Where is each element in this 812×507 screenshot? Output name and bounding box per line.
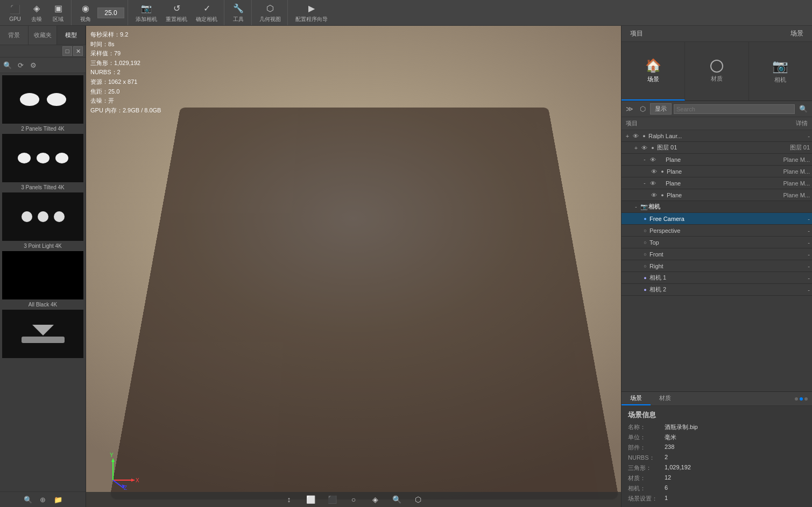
panel-search-input[interactable] [674,104,795,114]
scene-dots [795,392,812,405]
vb-move-icon[interactable]: ↕ [283,493,295,506]
tab-background[interactable]: 背景 [0,26,29,45]
camera2-icon: ● [641,285,649,294]
tree-add-icon[interactable]: + [624,132,631,140]
tree-row-camera-group[interactable]: - 📷 相机 [622,201,812,213]
nav-left-btn[interactable]: ≫ [624,104,636,114]
search-icon-btn[interactable]: 🔍 [797,104,810,114]
scene-tab-scene[interactable]: 场景 [622,392,651,405]
list-item[interactable]: All Black 4K [2,251,83,309]
toolbar-btn-angle[interactable]: ◉ 视角 [76,2,95,24]
tab-model[interactable]: 模型 [57,26,86,45]
eye-icon[interactable]: 👁 [648,179,657,188]
settings-small-icon[interactable]: ⚙ [28,60,39,70]
right-top-header: 项目 场景 [622,26,812,42]
scene-info-row: 场景设置： 1 [622,494,812,507]
cam-icon[interactable]: ● [648,144,657,152]
tree-toggle[interactable]: - [641,180,648,187]
vb-object-icon[interactable]: ◈ [369,493,382,506]
vb-frame-icon[interactable]: ⬜ [304,493,317,506]
eye-icon[interactable]: 👁 [649,167,658,176]
vb-render-icon[interactable]: ⬛ [326,493,338,506]
thumbnail-folder-icon[interactable]: 📁 [53,494,63,505]
scene-icon: 🏠 [645,58,661,73]
list-item[interactable]: 3 Panels Tilted 4K [2,134,83,191]
vb-box-icon[interactable]: ⬡ [412,493,425,506]
toolbar-btn-tools[interactable]: 🔧 工具 [229,2,248,24]
tools-icon: 🔧 [232,3,244,15]
scene-tab-bar: 场景 材质 [622,392,812,406]
camera-icon: 📷 [772,59,788,74]
eye-icon[interactable]: 👁 [631,132,640,140]
vb-circle-icon[interactable]: ○ [347,493,360,506]
eye-icon[interactable]: 👁 [640,144,648,152]
tree-row[interactable]: - 👁 Plane Plane M... [622,154,812,166]
scene-info-row: 三角形： 1,029,192 [622,463,812,473]
camera1-icon: ● [641,274,649,282]
tree-add-icon[interactable]: + [632,144,640,152]
refresh-icon[interactable]: ⟳ [15,60,26,70]
cam-icon[interactable]: ● [658,191,667,199]
toolbar-btn-geo-view[interactable]: ⬡ 几何视图 [256,2,284,24]
tab-material[interactable]: 材质 [685,42,749,101]
cam-icon[interactable]: ● [640,132,648,140]
thumbnail-label-0: 2 Panels Tilted 4K [2,125,83,133]
nav-icon-btn[interactable]: ⬡ [638,104,648,114]
thumbnail-label-3: All Black 4K [2,301,83,309]
cam-icon[interactable]: ● [658,167,667,176]
toolbar-group-view: ◉ 视角 [73,0,128,25]
tree-toggle-camera[interactable]: - [632,203,640,211]
tree-row[interactable]: + 👁 ● Ralph Laur... - [622,130,812,142]
denoise-icon: ◈ [31,3,43,15]
tree-row-front[interactable]: ○ Front - [622,248,812,260]
toolbar-btn-reset-camera[interactable]: ↺ 重置相机 [163,2,190,24]
right-panel: 项目 场景 🏠 场景 材质 📷 相机 ≫ ⬡ 显示 🔍 [621,26,812,507]
search-icon[interactable]: 🔍 [2,60,13,70]
thumbnail-svg-0 [16,83,70,116]
thumbnail-img-4 [2,310,83,358]
scene-label: 场景 [786,26,808,41]
tree-toggle[interactable]: - [641,156,648,163]
list-item[interactable] [2,310,83,361]
tab-scene[interactable]: 🏠 场景 [622,42,685,101]
svg-point-8 [22,211,32,222]
toolbar-btn-denoise[interactable]: ◈ 去噪 [27,2,46,24]
scene-tab-material[interactable]: 材质 [651,392,680,405]
thumbnail-add-icon[interactable]: ⊕ [38,494,48,505]
right-panel-tabs: 🏠 场景 材质 📷 相机 [622,42,812,101]
tree-row[interactable]: 👁 ● Plane Plane M... [622,189,812,201]
tree-row[interactable]: + 👁 ● 图层 01 图层 01 [622,142,812,154]
tab-camera[interactable]: 📷 相机 [749,42,812,101]
tab-favorites[interactable]: 收藏夹 [29,26,57,45]
vb-search-icon[interactable]: 🔍 [390,493,403,506]
toolbar-btn-region[interactable]: ▣ 区域 [48,2,68,24]
tree-row[interactable]: - 👁 Plane Plane M... [622,177,812,189]
panel-max-btn[interactable]: ✕ [73,46,83,56]
perspective-icon: ○ [641,226,649,235]
toolbar-btn-gpu[interactable]: ⬛ GPU [5,2,25,23]
panel-close-btn[interactable]: □ [62,46,72,56]
toolbar-btn-add-camera[interactable]: 📷 添加相机 [132,2,160,24]
list-item[interactable]: 3 Point Light 4K [2,192,83,250]
toolbar-group-camera: 📷 添加相机 ↺ 重置相机 ✓ 确定相机 [129,0,224,25]
tree-row-camera1[interactable]: ● 相机 1 - [622,272,812,284]
display-button[interactable]: 显示 [650,103,672,115]
svg-point-5 [37,153,50,163]
viewport[interactable]: 每秒采样：9.2 时间：8s 采样值：79 三角形：1,029,192 NURB… [86,26,621,507]
thumbnail-list: 2 Panels Tilted 4K 3 Panels Tilted 4K [0,73,86,491]
svg-rect-12 [22,337,65,343]
toolbar-btn-confirm-camera[interactable]: ✓ 确定相机 [193,2,221,24]
tree-row-right[interactable]: ○ Right - [622,260,812,272]
tree-row[interactable]: 👁 ● Plane Plane M... [622,166,812,177]
wizard-icon: ▶ [306,3,317,15]
tree-row-top[interactable]: ○ Top - [622,237,812,248]
eye-icon[interactable]: 👁 [648,155,657,164]
list-item[interactable]: 2 Panels Tilted 4K [2,75,83,133]
eye-icon[interactable]: 👁 [649,191,658,199]
thumbnail-search-icon[interactable]: 🔍 [23,494,33,505]
tree-row-free-camera[interactable]: ● Free Camera - [622,213,812,225]
focal-length-input[interactable] [97,8,124,18]
toolbar-btn-wizard[interactable]: ▶ 配置程序向导 [292,2,331,24]
tree-row-perspective[interactable]: ○ Perspective - [622,225,812,237]
tree-row-camera2[interactable]: ● 相机 2 - [622,284,812,296]
